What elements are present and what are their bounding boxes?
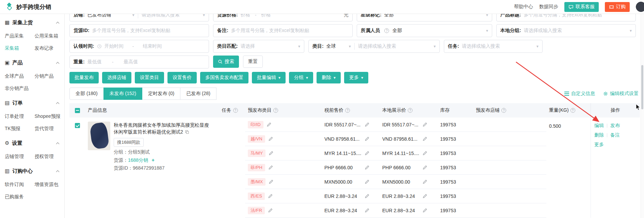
edit-local-price-icon[interactable]: [422, 165, 428, 170]
category-filter[interactable]: 类目: 全球 ▾ 请选择或输入搜索 ▾: [308, 40, 440, 53]
edit-local-price-icon[interactable]: [422, 179, 428, 184]
category-match-filter[interactable]: 类目匹配: 请选择 ▾: [213, 40, 304, 53]
sidebar-section-purchase-center[interactable]: ▥ 订购中心: [0, 164, 64, 178]
subscribe-button[interactable]: 订购: [605, 2, 630, 12]
remark-action[interactable]: 备注: [610, 132, 620, 138]
select-shop-button[interactable]: 选择店铺: [102, 72, 131, 83]
edit-local-price-icon[interactable]: [422, 136, 428, 141]
weight-filter[interactable]: 重量: 最低值 - 最高值: [69, 56, 209, 68]
star-mark-filter[interactable]: 星级标记: 全部 ▾: [357, 14, 492, 21]
contact-support-button[interactable]: 联系客服: [564, 2, 599, 12]
group-dropdown[interactable]: 分组 ▾: [289, 72, 313, 83]
edit-category-icon[interactable]: [268, 193, 273, 199]
sidebar-section-product[interactable]: ▣ 产品: [0, 56, 64, 70]
delete-dropdown[interactable]: 删除 ▾: [317, 72, 341, 83]
edit-category-icon[interactable]: [268, 136, 273, 141]
sidebar-item-distribution-products[interactable]: 分销产品: [35, 70, 65, 82]
data-sync-link[interactable]: 数据同步: [539, 4, 558, 10]
multi-country-config-button[interactable]: 多国售卖发布配置: [200, 72, 248, 83]
copy-icon[interactable]: [185, 130, 189, 134]
start-time-input[interactable]: 开始时间: [104, 43, 124, 49]
sidebar-item-freight-management[interactable]: 货代管理: [35, 122, 65, 135]
delete-action[interactable]: 删除: [594, 132, 604, 138]
set-price-button[interactable]: 设置售价: [167, 72, 197, 83]
task-filter[interactable]: 任务: 请选择或输入搜索 ▾: [444, 40, 543, 53]
sidebar-item-shop-management[interactable]: 店铺管理: [5, 150, 35, 162]
sidebar-item-product-collect[interactable]: 产品采集: [5, 30, 35, 42]
help-icon[interactable]: ?: [273, 108, 278, 113]
edit-price-icon[interactable]: [365, 122, 370, 127]
edit-category-icon[interactable]: [268, 165, 273, 170]
edit-price-icon[interactable]: [365, 179, 370, 184]
help-icon[interactable]: ?: [233, 108, 238, 113]
source-price-filter[interactable]: 货源价格: 价格 - 价格 元: [213, 14, 353, 21]
edit-price-icon[interactable]: [365, 193, 370, 199]
edit-price-icon[interactable]: [365, 136, 370, 141]
add-source-icon[interactable]: +: [151, 157, 155, 163]
weight-min-input[interactable]: 最低值: [87, 59, 102, 65]
price-min-input[interactable]: 价格: [241, 14, 250, 18]
tab-all[interactable]: 全部 (180): [69, 88, 104, 100]
edit-price-icon[interactable]: [365, 165, 370, 170]
batch-publish-button[interactable]: 批量发布: [69, 72, 99, 83]
sidebar-item-non-distribution-products[interactable]: 非分销产品: [5, 82, 35, 94]
tab-scheduled[interactable]: 定时发布 (0): [142, 88, 180, 100]
source-link[interactable]: 1688分销: [128, 157, 148, 163]
edit-local-price-icon[interactable]: [422, 122, 428, 127]
shop-filter[interactable]: 店铺: 已发布店铺 ▾ 请选择或输入搜索 ▾: [69, 14, 209, 21]
sidebar-item-auth-management[interactable]: 授权管理: [35, 150, 65, 162]
sidebar-item-publish-records[interactable]: 发布记录: [35, 42, 65, 54]
edit-category-icon[interactable]: [269, 179, 274, 184]
publish-action[interactable]: 发布: [610, 123, 620, 129]
custom-info-link[interactable]: 自定义信息: [564, 91, 595, 97]
sidebar-item-tk-forecast[interactable]: TK预报: [5, 122, 35, 135]
owner-filter[interactable]: 所属人员 ? 全部 ▾: [357, 24, 492, 37]
sidebar-item-public-collect-box[interactable]: 公用采集箱: [35, 30, 65, 42]
product-image[interactable]: [88, 122, 110, 150]
edit-local-price-icon[interactable]: [422, 151, 428, 156]
set-category-button[interactable]: 设置类目: [135, 72, 164, 83]
help-icon[interactable]: ?: [384, 28, 389, 33]
help-icon[interactable]: ?: [345, 108, 350, 113]
local-group-filter[interactable]: 本地分组: 请选择或输入搜索 ▾: [496, 24, 636, 37]
sidebar-item-order-processing[interactable]: 订单处理: [5, 110, 35, 122]
help-center-link[interactable]: 帮助中心: [514, 4, 533, 10]
help-icon[interactable]: ?: [408, 108, 413, 113]
sidebar-section-collect[interactable]: ▦ 采集上货: [0, 15, 64, 30]
remark-filter[interactable]: 备注: 多个用逗号分隔，支持Excel复制粘贴: [213, 24, 353, 37]
scrollbar-thumb[interactable]: [641, 65, 643, 109]
claim-time-filter[interactable]: 认领时间: 开始时间 - 结束时间: [69, 40, 209, 53]
edit-price-icon[interactable]: [365, 208, 370, 213]
weight-max-input[interactable]: 最高值: [124, 59, 138, 65]
sidebar-item-software-subscription[interactable]: 软件订阅: [5, 178, 35, 190]
sidebar-item-collect-box[interactable]: 采集箱: [5, 42, 35, 54]
end-time-input[interactable]: 结束时间: [143, 43, 162, 49]
search-button[interactable]: 搜索: [213, 56, 239, 68]
edit-mode-settings-link[interactable]: 编辑模式设置: [603, 91, 639, 97]
sidebar-item-purchased-services[interactable]: 已购服务: [5, 190, 35, 203]
more-action[interactable]: 更多: [594, 142, 604, 148]
price-max-input[interactable]: 价格: [261, 14, 271, 18]
source-id-filter[interactable]: 货源ID: 多个用逗号分隔，支持Excel复制粘贴: [69, 24, 209, 37]
select-all-checkbox[interactable]: [75, 108, 80, 113]
sidebar-item-value-added-pack[interactable]: 增值资源包: [35, 178, 65, 190]
edit-category-icon[interactable]: [268, 208, 273, 213]
sidebar-section-orders[interactable]: ▤ 订单: [0, 96, 64, 110]
sidebar-item-global-products[interactable]: 全球产品: [5, 70, 35, 82]
batch-edit-dropdown[interactable]: 批量编辑 ▾: [252, 72, 286, 83]
sidebar-item-shopee-forecast[interactable]: Shopee预报: [35, 110, 65, 122]
edit-local-price-icon[interactable]: [422, 208, 428, 213]
sidebar-section-settings[interactable]: ⚙ 设置: [0, 136, 64, 150]
edit-category-icon[interactable]: [267, 122, 272, 127]
user-avatar[interactable]: [636, 2, 644, 12]
help-icon[interactable]: ?: [501, 108, 506, 113]
edit-local-price-icon[interactable]: [422, 193, 428, 199]
edit-price-icon[interactable]: [365, 151, 370, 156]
reset-button[interactable]: 重置: [243, 56, 263, 68]
search-1688-same-button[interactable]: 搜1688同款: [114, 138, 144, 147]
edit-action[interactable]: 编辑: [594, 123, 604, 129]
tab-published[interactable]: 已发布 (28): [180, 88, 216, 100]
tab-unpublished[interactable]: 未发布 (152): [103, 88, 143, 100]
help-icon[interactable]: ?: [570, 108, 575, 113]
more-dropdown[interactable]: 更多 ▾: [344, 72, 368, 83]
